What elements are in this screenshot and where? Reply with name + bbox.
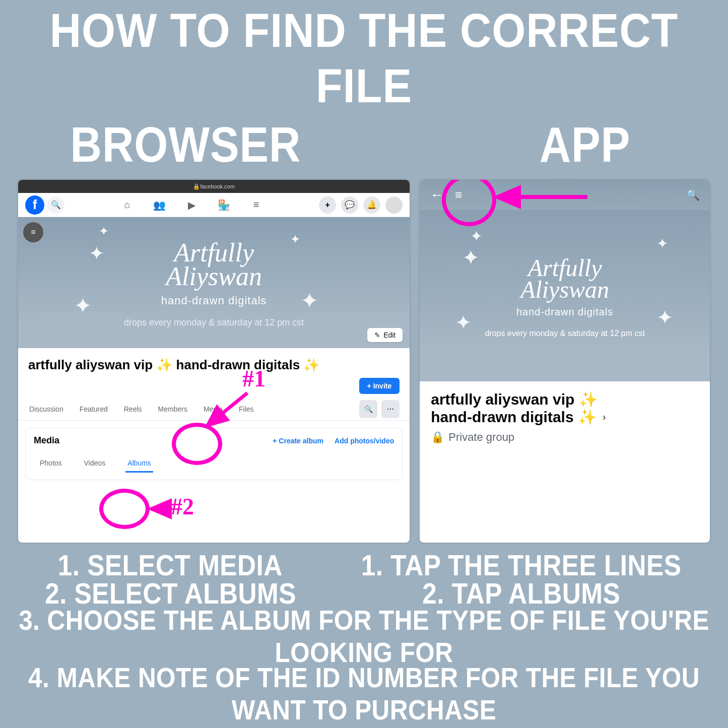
app-cover-subtitle-1: hand-drawn digitals: [516, 306, 613, 318]
browser-url-text: facebook.com: [200, 183, 234, 189]
annotation-circle-2: [99, 489, 150, 529]
group-cover: ≡ ✦ ✦ ✦ ✦ ✦ Artfully Aliyswan hand-drawn…: [18, 217, 410, 348]
app-top-bar: ← ≡ 🔍: [420, 180, 710, 210]
edit-cover-button[interactable]: ✎ Edit: [367, 328, 403, 342]
tab-reels[interactable]: Reels: [123, 398, 143, 420]
facebook-logo-icon[interactable]: f: [25, 195, 44, 215]
privacy-text: Private group: [448, 431, 514, 444]
app-group-cover: ✦ ✦ ✦ ✦ ✦ Artfully Aliyswan hand-drawn d…: [420, 210, 710, 381]
chevron-right-icon: ›: [603, 411, 606, 423]
annotation-arrow-2: [148, 502, 173, 517]
home-icon[interactable]: ⌂: [121, 198, 134, 212]
group-more-button[interactable]: ⋯: [381, 400, 400, 418]
common-step-3: 3. CHOOSE THE ALBUM FOR THE TYPE OF FILE…: [18, 604, 710, 668]
app-search-icon[interactable]: 🔍: [686, 188, 700, 202]
group-tabs: Discussion Featured Reels Members Media …: [18, 398, 410, 421]
privacy-label: 🔒 Private group: [431, 431, 699, 444]
search-button[interactable]: 🔍: [47, 196, 64, 214]
browser-screenshot: 🔒 facebook.com f 🔍 ⌂ 👥 ▶ 🏪 ≡ + 💬 🔔 ≡: [18, 180, 410, 543]
lock-icon: 🔒: [431, 431, 444, 444]
back-icon[interactable]: ←: [430, 187, 444, 203]
cover-subtitle-1: hand-drawn digitals: [161, 294, 267, 307]
subtab-videos[interactable]: Videos: [82, 455, 108, 473]
cover-menu-icon[interactable]: ≡: [23, 222, 43, 242]
tab-members[interactable]: Members: [157, 398, 188, 420]
common-step-4: 4. MAKE NOTE OF THE ID NUMBER FOR THE FI…: [18, 661, 710, 725]
hamburger-icon[interactable]: ≡: [455, 188, 462, 202]
tab-files[interactable]: Files: [238, 398, 255, 420]
browser-url-bar: 🔒 facebook.com: [18, 180, 410, 193]
create-button[interactable]: +: [319, 196, 336, 214]
invite-button[interactable]: + Invite: [359, 378, 400, 394]
fb-top-nav: f 🔍 ⌂ 👥 ▶ 🏪 ≡ + 💬 🔔: [18, 193, 410, 217]
menu-icon[interactable]: ≡: [250, 198, 263, 212]
cover-subtitle-2: drops every monday & saturday at 12 pm c…: [124, 317, 304, 328]
annotation-label-2: #2: [171, 493, 194, 520]
profile-avatar[interactable]: [385, 196, 403, 214]
app-group-name-line2: hand-drawn digitals ✨: [431, 408, 597, 426]
create-album-link[interactable]: + Create album: [273, 437, 323, 445]
media-section-title: Media: [34, 435, 59, 446]
group-name: artfully aliyswan vip ✨ hand-drawn digit…: [28, 357, 400, 373]
notifications-icon[interactable]: 🔔: [363, 196, 380, 214]
app-cover-subtitle-2: drops every monday & saturday at 12 pm c…: [485, 329, 644, 338]
app-group-name-line1: artfully aliyswan vip ✨: [431, 390, 597, 408]
subtab-albums[interactable]: Albums: [125, 455, 153, 473]
group-search-button[interactable]: 🔍: [359, 400, 377, 418]
marketplace-icon[interactable]: 🏪: [218, 198, 231, 212]
subtab-photos[interactable]: Photos: [38, 455, 64, 473]
friends-icon[interactable]: 👥: [153, 198, 166, 212]
main-title: HOW TO FIND THE CORRECT FILE: [7, 3, 720, 114]
subtitle-app: APP: [540, 116, 631, 173]
video-icon[interactable]: ▶: [185, 198, 198, 212]
subtitle-browser: BROWSER: [71, 116, 301, 173]
tab-media[interactable]: Media: [203, 398, 224, 420]
app-group-header[interactable]: artfully aliyswan vip ✨ hand-drawn digit…: [420, 381, 710, 453]
edit-label: Edit: [383, 331, 395, 339]
search-icon: 🔍: [51, 200, 61, 210]
media-section: Media + Create album Add photos/video Ph…: [25, 428, 403, 480]
group-header: artfully aliyswan vip ✨ hand-drawn digit…: [18, 348, 410, 378]
instructions-block: 1. SELECT MEDIA 2. SELECT ALBUMS 1. TAP …: [0, 553, 728, 724]
tab-featured[interactable]: Featured: [79, 398, 109, 420]
tab-discussion[interactable]: Discussion: [28, 398, 64, 420]
app-cover-script-2: Aliyswan: [520, 276, 609, 303]
app-screenshot: ← ≡ 🔍 ✦ ✦ ✦ ✦ ✦ Artfully Aliyswan hand-d…: [420, 180, 710, 543]
add-photos-link[interactable]: Add photos/video: [335, 437, 394, 445]
messenger-icon[interactable]: 💬: [341, 196, 358, 214]
cover-script-2: Aliyswan: [166, 261, 262, 291]
